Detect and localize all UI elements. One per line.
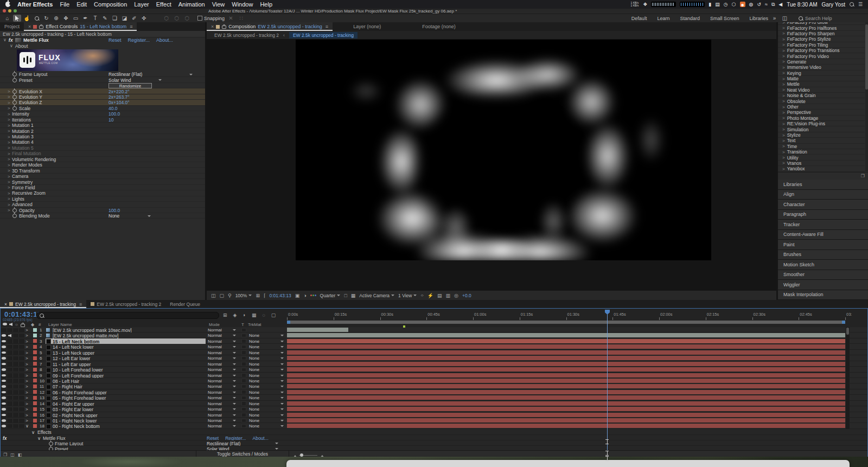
menu-file[interactable]: File	[60, 1, 69, 8]
panel-align[interactable]: Align	[778, 190, 868, 200]
puppet-pin-tool[interactable]: ✜	[140, 15, 148, 22]
work-area-bar[interactable]	[287, 321, 845, 324]
layer-duration-bar[interactable]	[287, 384, 845, 388]
param-randomize[interactable]: Randomize	[0, 83, 205, 88]
type-tool[interactable]: T	[91, 15, 99, 22]
workspace-learn[interactable]: Learn	[657, 16, 669, 21]
twirl-icon[interactable]: >	[25, 407, 28, 412]
workspace-overflow-icon[interactable]: »	[770, 15, 778, 22]
param-symmetry[interactable]: >Symmetry	[0, 179, 205, 184]
param-camera[interactable]: >Camera	[0, 174, 205, 179]
solo-toggle[interactable]	[13, 396, 19, 400]
panel-tracker[interactable]: Tracker	[778, 220, 868, 230]
time-ruler[interactable]: 0:00s00:15s00:30s00:45s01:00s01:15s01:30…	[287, 310, 845, 321]
trkmat-dropdown[interactable]: None	[249, 384, 284, 389]
t-switch[interactable]	[241, 339, 246, 343]
minimize-window-button[interactable]	[8, 9, 11, 12]
panel-menu-icon[interactable]: ≡	[79, 302, 82, 307]
frame-blending-icon[interactable]: ▦	[252, 312, 257, 318]
twirl-icon[interactable]: >	[8, 157, 12, 162]
video-toggle[interactable]	[1, 401, 7, 406]
solo-toggle[interactable]	[13, 368, 19, 372]
t-switch[interactable]	[241, 407, 246, 412]
video-toggle[interactable]	[1, 350, 7, 355]
param-advanced[interactable]: >Advanced	[0, 202, 205, 207]
t-switch[interactable]	[241, 373, 246, 378]
effects-category-noise-grain[interactable]: >Noise & Grain	[778, 93, 865, 98]
label-color-swatch[interactable]	[33, 390, 37, 394]
shape-tool[interactable]: ▭	[72, 15, 80, 22]
param-mutation-3[interactable]: >Mutation 3	[0, 134, 205, 139]
twirl-icon[interactable]: >	[8, 112, 12, 117]
layer-row-10[interactable]: >1008 - Left HairNormalNone	[1, 378, 867, 383]
layer-row-8[interactable]: >810 - Left Forehead lowerNormalNone	[1, 367, 867, 372]
flowchart-button-icon[interactable]: ▥	[446, 293, 451, 298]
video-toggle[interactable]	[1, 373, 7, 378]
layer-duration-bar[interactable]	[287, 339, 845, 343]
volume-icon[interactable]: ◀	[778, 0, 782, 9]
layer-duration-bar[interactable]	[287, 413, 845, 417]
param-mutation-2[interactable]: >Mutation 2	[0, 128, 205, 133]
composition-frame[interactable]	[296, 40, 711, 260]
reset-exposure-icon[interactable]: ◎	[454, 293, 458, 298]
t-switch[interactable]	[241, 413, 246, 417]
tab-effect-controls[interactable]: × Effect Controls 15 - Left Neck bottom …	[24, 22, 137, 31]
audio-toggle[interactable]	[7, 413, 13, 417]
menu-help[interactable]: Help	[260, 1, 272, 8]
solo-toggle[interactable]	[13, 373, 19, 378]
solo-toggle[interactable]	[13, 385, 19, 389]
panel-content-aware-fill[interactable]: Content-Aware Fill	[778, 230, 868, 240]
trkmat-dropdown[interactable]: None	[249, 395, 284, 400]
effects-category-vranos[interactable]: >Vranos	[778, 161, 865, 166]
menu-animation[interactable]: Animation	[178, 1, 205, 8]
lock-toggle[interactable]	[19, 401, 25, 406]
view-layout-dropdown[interactable]: 1 View	[398, 293, 417, 298]
param-value[interactable]: 40.0	[108, 106, 118, 111]
trkmat-dropdown[interactable]: None	[249, 339, 284, 344]
audio-toggle[interactable]	[7, 339, 13, 343]
lock-toggle[interactable]	[19, 379, 25, 383]
dropbox-icon[interactable]: ❖	[643, 0, 647, 9]
stopwatch-icon[interactable]	[12, 89, 17, 94]
trkmat-dropdown[interactable]: None	[249, 379, 284, 383]
clone-stamp-tool[interactable]: ❏	[111, 15, 119, 22]
audio-toggle[interactable]	[7, 401, 13, 406]
panel-paint[interactable]: Paint	[778, 240, 868, 250]
param-value[interactable]: 100.0	[108, 208, 120, 213]
lock-toggle[interactable]	[19, 350, 25, 355]
snapping-control[interactable]: Snapping	[197, 16, 225, 21]
trkmat-dropdown[interactable]: None	[249, 356, 284, 361]
subtab-tracking-2[interactable]: EW 2.5k uncropped - tracking 2	[214, 33, 279, 38]
stopwatch-icon[interactable]	[12, 95, 17, 99]
twirl-icon[interactable]: >	[8, 151, 12, 156]
audio-toggle[interactable]	[7, 350, 13, 355]
layer-row-6[interactable]: >612 - Left Ear lowerNormalNone	[1, 355, 867, 361]
twirl-icon[interactable]: >	[8, 89, 12, 94]
label-color-swatch[interactable]	[33, 328, 37, 332]
blend-mode-dropdown[interactable]: Normal	[208, 373, 236, 378]
close-window-button[interactable]	[3, 9, 6, 12]
menu-edit[interactable]: Edit	[76, 1, 87, 8]
tab-project[interactable]: Project	[0, 22, 24, 31]
local-axis-mode-icon[interactable]: ⬡	[162, 15, 170, 22]
clock-icon[interactable]: ◷	[724, 0, 728, 9]
effects-category-matte[interactable]: >Matte	[778, 76, 865, 81]
twirl-icon[interactable]: >	[25, 413, 28, 418]
effects-category-fxfactory-pro-transitions[interactable]: >FxFactory Pro Transitions	[778, 48, 865, 53]
twirl-icon[interactable]: >	[8, 163, 12, 168]
effects-category-fxfactory-pro-video[interactable]: >FxFactory Pro Video	[778, 53, 865, 59]
layer-row-13[interactable]: >1305 - Right Forehead lowerNormalNone	[1, 395, 867, 400]
audio-toggle[interactable]	[7, 368, 13, 372]
twirl-icon[interactable]: >	[25, 395, 28, 400]
label-color-swatch[interactable]	[33, 419, 37, 423]
param-dropdown[interactable]: Solar Wind	[108, 78, 162, 83]
timeline-tab-ew-2-5k-uncropped-tracking-2[interactable]: EW 2.5k uncropped - tracking 2	[86, 300, 165, 308]
solo-toggle[interactable]	[13, 334, 19, 338]
t-switch[interactable]	[241, 334, 246, 338]
zoom-tool[interactable]	[33, 15, 41, 22]
layer-row-16[interactable]: >1602 - Right Neck upperNormalNone	[1, 412, 867, 418]
t-switch[interactable]	[241, 368, 246, 372]
workspace-default[interactable]: Default	[631, 16, 647, 21]
motion-blur-icon[interactable]: ◌	[262, 312, 265, 318]
effects-category-utility[interactable]: >Utility	[778, 155, 865, 160]
